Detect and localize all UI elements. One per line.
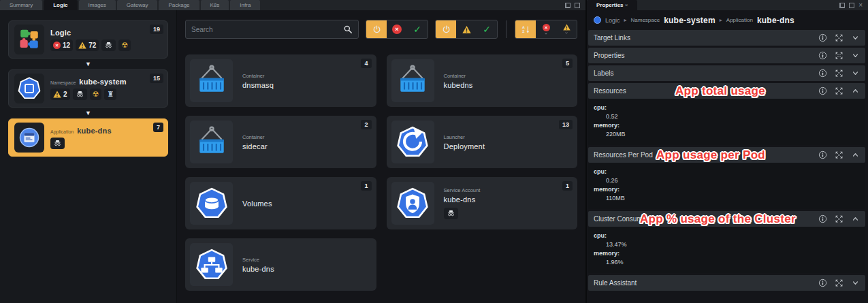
annotation-app-percent-usage: App % usage of the Cluster	[640, 212, 796, 226]
annotation-app-usage-per-pod: App usage per Pod	[656, 148, 765, 162]
rook-chip[interactable]: ♜	[104, 89, 116, 100]
card-type-label: Container	[444, 73, 473, 79]
section-header[interactable]: Properties	[588, 48, 865, 63]
card-name: Volumes	[242, 200, 272, 208]
expand-icon[interactable]	[835, 51, 843, 60]
tab-summary[interactable]: Summary	[0, 0, 42, 10]
incognito-icon	[104, 41, 113, 50]
warning-filter-button[interactable]	[456, 20, 477, 38]
chevron-down-icon[interactable]	[851, 33, 860, 42]
chevron-up-icon[interactable]	[851, 214, 860, 223]
chevron-right-icon: ▸	[720, 17, 722, 23]
sort-az-button[interactable]	[515, 20, 536, 38]
expand-icon[interactable]	[835, 33, 843, 42]
warning-count-chip[interactable]: 2	[50, 89, 70, 100]
breadcrumb-root[interactable]: Logic	[605, 17, 620, 24]
tab-images[interactable]: Images	[79, 0, 116, 10]
tab-package[interactable]: Package	[159, 0, 199, 10]
info-icon[interactable]	[818, 150, 827, 159]
maximize-window-icon[interactable]	[849, 3, 854, 8]
info-icon[interactable]	[818, 278, 827, 287]
error-filter-button[interactable]: ×	[387, 20, 407, 38]
spy-chip[interactable]	[101, 39, 116, 51]
card-count-badge: 1	[562, 181, 573, 191]
breadcrumb-application[interactable]: kube-dns	[757, 16, 794, 25]
search-box	[185, 20, 359, 39]
card-container-kubedns[interactable]: 5 Container kubedns	[387, 54, 578, 107]
spy-chip[interactable]	[50, 138, 65, 149]
logic-root-icon[interactable]	[594, 16, 601, 24]
search-input[interactable]	[191, 26, 343, 33]
warning-count-chip[interactable]: 72	[76, 39, 99, 51]
close-tab-icon[interactable]: ×	[625, 2, 628, 8]
section-target-links: Target Links	[588, 30, 865, 46]
expand-icon[interactable]	[835, 69, 843, 78]
chevron-down-icon	[564, 31, 569, 35]
info-icon[interactable]	[818, 69, 827, 78]
radiation-chip[interactable]: ☢	[90, 89, 102, 100]
info-icon[interactable]	[818, 33, 827, 42]
section-header[interactable]: Resources App total usage	[588, 83, 865, 99]
chevron-up-icon[interactable]	[851, 150, 860, 159]
power-icon	[442, 25, 451, 34]
chevron-down-icon[interactable]	[851, 278, 860, 287]
deployment-icon	[391, 121, 434, 163]
expand-icon[interactable]	[835, 150, 843, 159]
chevron-down-icon[interactable]	[851, 51, 860, 60]
expand-icon[interactable]	[835, 214, 843, 223]
section-header[interactable]: Cluster Consumption App % usage of the C…	[588, 211, 865, 227]
node-type-label: Application	[50, 129, 74, 134]
power-filter-button[interactable]	[366, 20, 387, 38]
incognito-icon	[76, 90, 84, 99]
tab-k8s[interactable]: K8s	[201, 0, 229, 10]
card-name: dnsmasq	[242, 81, 274, 89]
sort-by-errors-button[interactable]: ×	[536, 20, 556, 38]
error-icon: ×	[53, 42, 61, 49]
service-icon	[190, 243, 233, 286]
close-icon[interactable]: ×	[858, 3, 863, 8]
float-window-icon[interactable]	[565, 3, 570, 8]
tab-properties[interactable]: Properties ×	[587, 0, 637, 10]
card-container-dnsmasq[interactable]: 4 Container dnsmasq	[185, 54, 376, 107]
section-header[interactable]: Labels	[588, 65, 865, 81]
ok-filter-button[interactable]: ✓	[407, 20, 428, 38]
section-header[interactable]: Resources Per Pod App usage per Pod	[588, 147, 865, 163]
radiation-chip[interactable]: ☢	[118, 39, 131, 51]
tree-node-application-kube-dns[interactable]: 7 Applicationkube-dns	[8, 118, 168, 157]
volumes-icon	[190, 182, 233, 225]
sort-by-warnings-button[interactable]	[556, 20, 577, 38]
ok-filter-button[interactable]: ✓	[477, 20, 497, 38]
section-header[interactable]: Target Links	[588, 30, 865, 46]
warning-icon	[563, 24, 570, 31]
card-volumes[interactable]: 1 Volumes	[185, 177, 376, 229]
power-filter-button[interactable]	[436, 20, 456, 38]
tree-node-logic[interactable]: 19 Logic ×12 72 ☢	[8, 20, 168, 59]
info-icon[interactable]	[818, 51, 827, 60]
resource-cards-grid: 4 Container dnsmasq 5 Container kubedns	[185, 54, 577, 291]
float-window-icon[interactable]	[839, 3, 845, 8]
tree-node-namespace-kube-system[interactable]: 15 Namespacekube-system 2 ☢ ♜	[8, 69, 168, 108]
card-service-account-kube-dns[interactable]: 1 Service Account kube-dns	[387, 177, 578, 229]
chevron-down-icon[interactable]	[851, 69, 860, 78]
card-service-kube-dns[interactable]: Service kube-dns	[185, 238, 376, 291]
radiation-icon: ☢	[121, 42, 128, 49]
tab-infra[interactable]: Infra	[230, 0, 260, 10]
breadcrumb-namespace[interactable]: kube-system	[664, 16, 716, 25]
card-container-sidecar[interactable]: 2 Container sidecar	[185, 116, 376, 168]
spy-chip[interactable]	[73, 89, 87, 100]
incognito-icon	[447, 209, 455, 218]
spy-chip[interactable]	[444, 208, 458, 219]
info-icon[interactable]	[818, 86, 827, 95]
expand-icon[interactable]	[835, 86, 843, 95]
chevron-up-icon[interactable]	[851, 86, 860, 95]
section-header[interactable]: Rule Assistant	[588, 275, 865, 291]
maximize-window-icon[interactable]	[575, 3, 580, 8]
error-count-chip[interactable]: ×12	[50, 39, 73, 51]
expand-icon[interactable]	[835, 278, 843, 287]
node-count-badge: 7	[153, 123, 163, 132]
tab-gateway[interactable]: Gateway	[117, 0, 158, 10]
tab-logic[interactable]: Logic	[44, 0, 77, 10]
card-launcher-deployment[interactable]: 13 Launcher Deployment	[387, 116, 578, 168]
card-count-badge: 1	[361, 181, 371, 191]
info-icon[interactable]	[818, 214, 827, 223]
